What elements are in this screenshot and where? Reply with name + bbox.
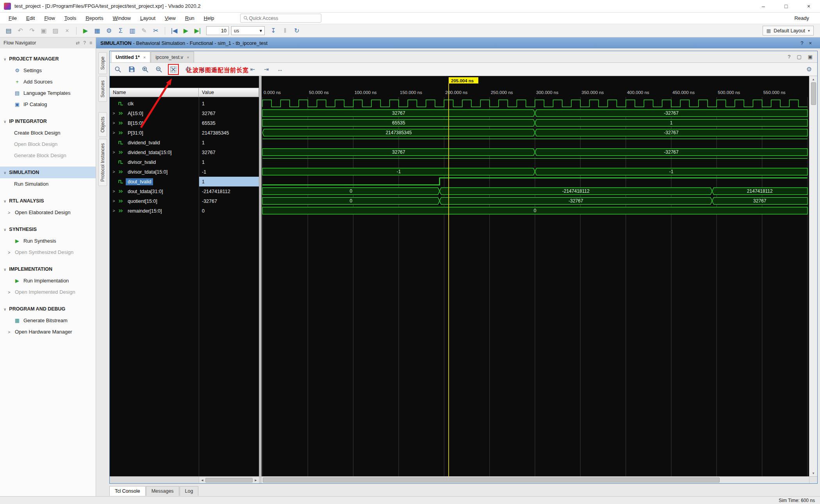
redo-icon[interactable]: ↷: [27, 26, 37, 36]
maximize-panel-icon[interactable]: ▣: [808, 54, 813, 60]
expander-icon[interactable]: >: [112, 111, 116, 115]
restart-simulation-icon[interactable]: |◀: [169, 26, 180, 36]
help-icon[interactable]: ?: [800, 40, 803, 46]
flow-item-open-implemented-design[interactable]: >Open Implemented Design: [0, 286, 96, 298]
signal-value-cell[interactable]: -1: [199, 167, 259, 177]
save-file-icon[interactable]: ▤: [3, 26, 14, 36]
editor-tab-untitled-1[interactable]: Untitled 1*×: [111, 51, 150, 62]
signal-name-cell[interactable]: >A[15:0]: [110, 108, 199, 118]
report-sigma-icon[interactable]: Σ: [115, 26, 126, 36]
signal-name-cell[interactable]: >P[31:0]: [110, 128, 199, 138]
signal-value-cell[interactable]: 1: [199, 138, 259, 147]
signal-row-dout-tdata-31-0[interactable]: >dout_tdata[31:0]-2147418112: [110, 186, 259, 196]
set-probes-icon[interactable]: ✂: [150, 26, 161, 36]
wave-horizontal-scrollbar[interactable]: [262, 477, 809, 483]
expander-icon[interactable]: >: [112, 121, 116, 125]
flow-item-generate-block-design[interactable]: Generate Block Design: [0, 150, 96, 161]
menu-tools[interactable]: Tools: [60, 13, 81, 23]
collapse-all-icon[interactable]: ≡: [89, 40, 92, 46]
time-unit-select[interactable]: us▾: [231, 26, 265, 35]
side-tab-objects[interactable]: Objects: [98, 112, 107, 137]
close-tab-icon[interactable]: ×: [187, 55, 189, 60]
close-tab-icon[interactable]: ×: [143, 55, 146, 60]
signal-name-cell[interactable]: >remainder[15:0]: [110, 206, 199, 216]
signal-name-cell[interactable]: dout_tvalid: [110, 177, 199, 186]
signal-row-clk[interactable]: clk1: [110, 99, 259, 108]
signal-row-a-15-0[interactable]: >A[15:0]32767: [110, 108, 259, 118]
waveform-canvas-container[interactable]: 0.000 ns50.000 ns100.000 ns150.000 ns200…: [262, 76, 809, 476]
scroll-right-icon[interactable]: ▸: [253, 478, 259, 482]
close-icon[interactable]: ×: [809, 40, 812, 46]
menu-flow[interactable]: Flow: [39, 13, 59, 23]
paste-icon[interactable]: ▨: [50, 26, 61, 36]
flow-section-ip-integrator[interactable]: ∨IP INTEGRATOR: [0, 115, 96, 127]
run-all-icon[interactable]: ▶: [180, 26, 191, 36]
flow-section-synthesis[interactable]: ∨SYNTHESIS: [0, 224, 96, 235]
flow-item-settings[interactable]: ⚙Settings: [0, 65, 96, 76]
swap-cursors-icon[interactable]: ↔: [275, 65, 285, 74]
value-column-header[interactable]: Value: [199, 88, 259, 97]
zoom-out-icon[interactable]: [154, 65, 164, 74]
signal-row-p-31-0[interactable]: >P[31:0]2147385345: [110, 128, 259, 138]
help-icon[interactable]: ?: [788, 54, 790, 60]
signal-name-cell[interactable]: >dout_tdata[31:0]: [110, 186, 199, 196]
vertical-scrollbar[interactable]: ▴ ▾: [809, 76, 817, 476]
bottom-tab-log[interactable]: Log: [180, 486, 199, 496]
name-scroll-thumb[interactable]: [205, 478, 253, 483]
expander-icon[interactable]: >: [112, 170, 116, 174]
side-tab-scope[interactable]: Scope: [98, 52, 107, 74]
bottom-tab-tcl-console[interactable]: Tcl Console: [109, 486, 146, 496]
relaunch-simulation-icon[interactable]: ↻: [291, 26, 302, 36]
layout-select[interactable]: ▦ Default Layout ▾: [763, 26, 814, 35]
panel-splitter[interactable]: [259, 76, 262, 476]
flow-section-project-manager[interactable]: ∨PROJECT MANAGER: [0, 53, 96, 65]
wave-settings-gear-icon[interactable]: ⚙: [806, 66, 812, 73]
signal-name-cell[interactable]: >B[15:0]: [110, 118, 199, 128]
signal-value-cell[interactable]: 65535: [199, 118, 259, 128]
flow-section-rtl-analysis[interactable]: ∨RTL ANALYSIS: [0, 195, 96, 207]
menu-help[interactable]: Help: [199, 13, 219, 23]
flow-item-run-implementation[interactable]: ▶Run Implementation: [0, 275, 96, 286]
menu-view[interactable]: View: [160, 13, 180, 23]
signal-value-cell[interactable]: 32767: [199, 147, 259, 157]
scroll-up-icon[interactable]: ▴: [813, 76, 815, 82]
expander-icon[interactable]: >: [112, 131, 116, 135]
signal-name-cell[interactable]: >quotient[15:0]: [110, 196, 199, 206]
quick-access-search[interactable]: [240, 14, 321, 23]
flow-item-create-block-design[interactable]: Create Block Design: [0, 127, 96, 138]
name-panel-scrollbar[interactable]: ◂ ▸: [199, 477, 259, 483]
signal-name-cell[interactable]: >dividend_tdata[15:0]: [110, 147, 199, 157]
flow-item-open-hardware-manager[interactable]: >Open Hardware Manager: [0, 326, 96, 337]
flow-item-language-templates[interactable]: ▤Language Templates: [0, 87, 96, 99]
signal-name-cell[interactable]: dividend_tvalid: [110, 138, 199, 147]
waveform-canvas[interactable]: 0.000 ns50.000 ns100.000 ns150.000 ns200…: [262, 76, 809, 476]
delete-icon[interactable]: ×: [62, 26, 73, 36]
vertical-scroll-thumb[interactable]: [811, 82, 816, 105]
editor-tab-ipcore-test-v[interactable]: ipcore_test.v×: [151, 51, 194, 62]
signal-row-divisor-tvalid[interactable]: divisor_tvalid1: [110, 157, 259, 167]
signal-value-cell[interactable]: -32767: [199, 196, 259, 206]
flow-item-ip-catalog[interactable]: ▣IP Catalog: [0, 99, 96, 110]
flow-item-open-synthesized-design[interactable]: >Open Synthesized Design: [0, 247, 96, 258]
expander-icon[interactable]: >: [112, 199, 116, 203]
flow-item-add-sources[interactable]: +Add Sources: [0, 76, 96, 87]
signal-row-divisor-tdata-15-0[interactable]: >divisor_tdata[15:0]-1: [110, 167, 259, 177]
menu-run[interactable]: Run: [180, 13, 199, 23]
bottom-tab-messages[interactable]: Messages: [146, 486, 179, 496]
flow-section-implementation[interactable]: ∨IMPLEMENTATION: [0, 263, 96, 275]
report-table-icon[interactable]: ▥: [127, 26, 138, 36]
scroll-left-icon[interactable]: ◂: [199, 478, 205, 482]
flow-section-program-and-debug[interactable]: ∨PROGRAM AND DEBUG: [0, 303, 96, 315]
signal-value-cell[interactable]: 1: [199, 99, 259, 108]
search-icon[interactable]: [113, 65, 123, 74]
side-tab-protocol-instances[interactable]: Protocol Instances: [98, 139, 107, 186]
signal-name-cell[interactable]: clk: [110, 99, 199, 108]
flow-item-generate-bitstream[interactable]: ▦Generate Bitstream: [0, 315, 96, 326]
signal-row-dividend-tdata-15-0[interactable]: >dividend_tdata[15:0]32767: [110, 147, 259, 157]
settings-gear-icon[interactable]: ⚙: [103, 26, 114, 36]
edit-pencil-icon[interactable]: ✎: [139, 26, 150, 36]
flow-item-run-simulation[interactable]: Run Simulation: [0, 178, 96, 190]
menu-window[interactable]: Window: [108, 13, 135, 23]
signal-value-cell[interactable]: 1: [199, 157, 259, 167]
flow-dashboard-icon[interactable]: ▦: [92, 26, 103, 36]
